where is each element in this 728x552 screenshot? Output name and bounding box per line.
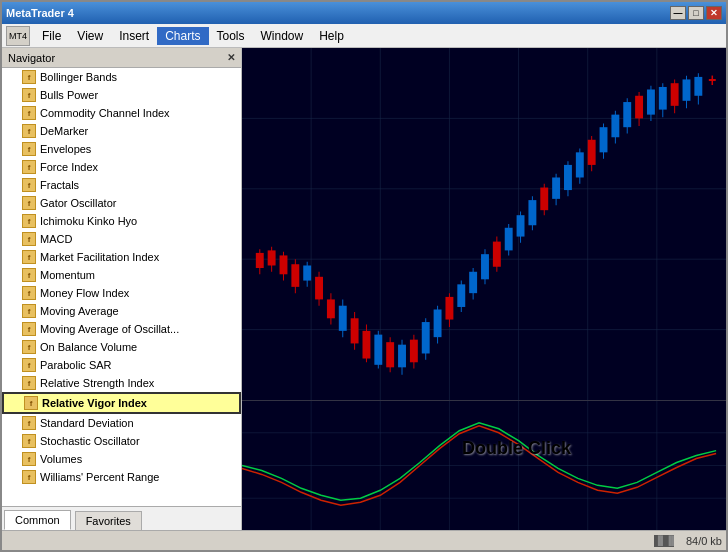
svg-rect-62: [552, 177, 560, 198]
indicator-icon: f: [22, 322, 36, 336]
status-bar: ▐▌▐▌ 84/0 kb: [2, 530, 726, 550]
indicator-icon: f: [22, 452, 36, 466]
navigator-list[interactable]: fBollinger BandsfBulls PowerfCommodity C…: [2, 68, 241, 506]
chart-indicator: [242, 400, 726, 530]
nav-item-bollinger-bands[interactable]: fBollinger Bands: [2, 68, 241, 86]
svg-rect-48: [469, 272, 477, 293]
navigator-title: Navigator: [8, 52, 55, 64]
menu-help[interactable]: Help: [311, 27, 352, 45]
nav-item-label: DeMarker: [40, 125, 88, 137]
menu-tools[interactable]: Tools: [209, 27, 253, 45]
app-icon: MT4: [6, 26, 30, 46]
svg-rect-16: [280, 255, 288, 274]
menu-insert[interactable]: Insert: [111, 27, 157, 45]
tab-favorites[interactable]: Favorites: [75, 511, 142, 530]
svg-rect-76: [635, 96, 643, 119]
indicator-icon: f: [22, 304, 36, 318]
candlestick-chart: +: [242, 48, 726, 400]
svg-rect-18: [291, 264, 299, 287]
nav-item-label: Ichimoku Kinko Hyo: [40, 215, 137, 227]
title-bar-buttons: — □ ✕: [670, 6, 722, 20]
svg-rect-68: [588, 140, 596, 165]
nav-item-label: Force Index: [40, 161, 98, 173]
indicator-icon: f: [22, 286, 36, 300]
indicator-icon: f: [22, 88, 36, 102]
menu-view[interactable]: View: [69, 27, 111, 45]
chart-area: +: [242, 48, 726, 530]
main-content: Navigator ✕ fBollinger BandsfBulls Power…: [2, 48, 726, 530]
minimize-button[interactable]: —: [670, 6, 686, 20]
nav-item-label: Williams' Percent Range: [40, 471, 159, 483]
indicator-icon: f: [22, 142, 36, 156]
nav-item-moving-average[interactable]: fMoving Average: [2, 302, 241, 320]
indicator-icon: f: [22, 196, 36, 210]
svg-rect-24: [327, 299, 335, 318]
chart-main: +: [242, 48, 726, 400]
nav-item-label: Commodity Channel Index: [40, 107, 170, 119]
nav-item-commodity-channel-index[interactable]: fCommodity Channel Index: [2, 104, 241, 122]
indicator-icon: f: [22, 470, 36, 484]
svg-rect-78: [647, 89, 655, 114]
indicator-icon: f: [22, 106, 36, 120]
svg-rect-80: [659, 87, 667, 110]
nav-item-market-facilitation-index[interactable]: fMarket Facilitation Index: [2, 248, 241, 266]
nav-item-bulls-power[interactable]: fBulls Power: [2, 86, 241, 104]
navigator-panel: Navigator ✕ fBollinger BandsfBulls Power…: [2, 48, 242, 530]
svg-rect-52: [493, 242, 501, 267]
memory-status: 84/0 kb: [686, 535, 722, 547]
nav-item-label: Stochastic Oscillator: [40, 435, 140, 447]
nav-item-stochastic-oscillator[interactable]: fStochastic Oscillator: [2, 432, 241, 450]
svg-rect-42: [434, 309, 442, 337]
window-title: MetaTrader 4: [6, 7, 74, 19]
nav-item-macd[interactable]: fMACD: [2, 230, 241, 248]
nav-item-relative-strength-index[interactable]: fRelative Strength Index: [2, 374, 241, 392]
nav-item-momentum[interactable]: fMomentum: [2, 266, 241, 284]
nav-item-label: Relative Strength Index: [40, 377, 154, 389]
nav-item-force-index[interactable]: fForce Index: [2, 158, 241, 176]
navigator-tabs: Common Favorites: [2, 506, 241, 530]
svg-rect-56: [517, 215, 525, 236]
menu-window[interactable]: Window: [253, 27, 312, 45]
tab-common[interactable]: Common: [4, 510, 71, 530]
svg-rect-66: [576, 152, 584, 177]
svg-rect-74: [623, 102, 631, 127]
indicator-icon: f: [22, 434, 36, 448]
svg-rect-38: [410, 340, 418, 363]
menu-charts[interactable]: Charts: [157, 27, 208, 45]
indicator-icon: f: [22, 70, 36, 84]
nav-item-ichimoku-kinko-hyo[interactable]: fIchimoku Kinko Hyo: [2, 212, 241, 230]
navigator-close-button[interactable]: ✕: [227, 52, 235, 63]
nav-item-on-balance-volume[interactable]: fOn Balance Volume: [2, 338, 241, 356]
nav-item-parabolic-sar[interactable]: fParabolic SAR: [2, 356, 241, 374]
nav-item-label: Relative Vigor Index: [42, 397, 147, 409]
close-button[interactable]: ✕: [706, 6, 722, 20]
nav-item-demarker[interactable]: fDeMarker: [2, 122, 241, 140]
indicator-icon: f: [24, 396, 38, 410]
nav-item-volumes[interactable]: fVolumes: [2, 450, 241, 468]
nav-item-relative-vigor-index[interactable]: fRelative Vigor Index: [2, 392, 241, 414]
nav-item-envelopes[interactable]: fEnvelopes: [2, 140, 241, 158]
nav-item-fractals[interactable]: fFractals: [2, 176, 241, 194]
nav-item-label: Money Flow Index: [40, 287, 129, 299]
nav-item-label: Parabolic SAR: [40, 359, 112, 371]
menu-file[interactable]: File: [34, 27, 69, 45]
maximize-button[interactable]: □: [688, 6, 704, 20]
svg-text:+: +: [708, 70, 716, 89]
nav-item-label: Bollinger Bands: [40, 71, 117, 83]
svg-rect-46: [457, 284, 465, 307]
status-indicator-icon: ▐▌▐▌: [654, 535, 674, 547]
nav-item-gator-oscillator[interactable]: fGator Oscillator: [2, 194, 241, 212]
svg-rect-32: [374, 335, 382, 365]
nav-item-label: MACD: [40, 233, 72, 245]
svg-rect-54: [505, 228, 513, 251]
indicator-icon: f: [22, 214, 36, 228]
nav-item-moving-average-of-oscillat...[interactable]: fMoving Average of Oscillat...: [2, 320, 241, 338]
svg-rect-30: [363, 331, 371, 359]
indicator-icon: f: [22, 340, 36, 354]
indicator-icon: f: [22, 160, 36, 174]
nav-item-label: Envelopes: [40, 143, 91, 155]
nav-item-standard-deviation[interactable]: fStandard Deviation: [2, 414, 241, 432]
indicator-icon: f: [22, 232, 36, 246]
nav-item-money-flow-index[interactable]: fMoney Flow Index: [2, 284, 241, 302]
nav-item-williams'-percent-range[interactable]: fWilliams' Percent Range: [2, 468, 241, 486]
